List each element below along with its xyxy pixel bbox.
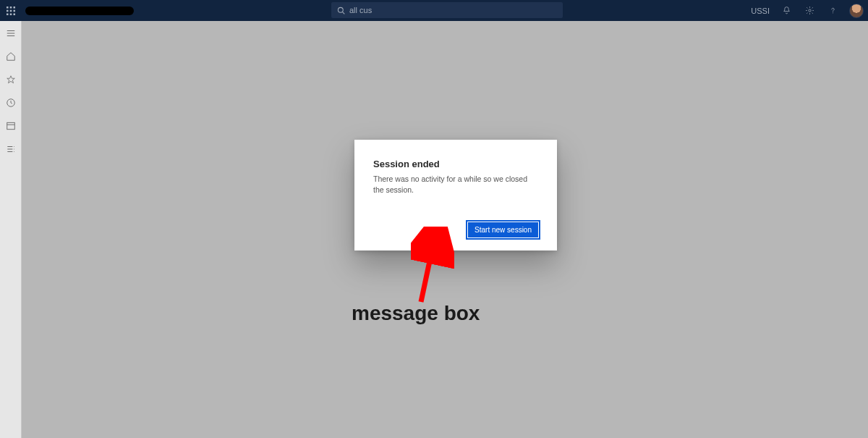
search-input[interactable]: all cus xyxy=(331,2,563,18)
search-text: all cus xyxy=(349,6,372,14)
svg-rect-8 xyxy=(13,13,15,15)
svg-rect-4 xyxy=(9,9,12,12)
svg-point-12 xyxy=(832,12,833,13)
hamburger-icon[interactable] xyxy=(4,27,17,40)
svg-rect-1 xyxy=(9,7,12,9)
start-new-session-button[interactable]: Start new session xyxy=(468,222,538,237)
svg-line-10 xyxy=(343,12,345,14)
notifications-icon[interactable] xyxy=(780,4,793,17)
topbar-right: USSI xyxy=(751,0,864,21)
home-icon[interactable] xyxy=(4,50,17,63)
svg-rect-2 xyxy=(13,7,15,9)
top-navbar: all cus USSI xyxy=(0,0,868,21)
org-label: USSI xyxy=(751,7,770,15)
search-icon xyxy=(337,7,345,14)
modules-icon[interactable] xyxy=(4,143,17,156)
svg-rect-7 xyxy=(9,13,12,15)
dialog-footer: Start new session xyxy=(373,222,538,237)
annotation-label: message box xyxy=(352,302,480,325)
svg-rect-6 xyxy=(7,13,9,15)
dialog-title: Session ended xyxy=(373,159,538,169)
dialog-body: There was no activity for a while so we … xyxy=(373,174,538,222)
svg-rect-5 xyxy=(13,9,15,12)
workspaces-icon[interactable] xyxy=(4,119,17,132)
recent-icon[interactable] xyxy=(4,96,17,109)
settings-icon[interactable] xyxy=(803,4,816,17)
favorites-icon[interactable] xyxy=(4,73,17,86)
svg-rect-14 xyxy=(7,122,14,129)
svg-point-9 xyxy=(338,7,343,12)
svg-point-11 xyxy=(808,9,810,12)
help-icon[interactable] xyxy=(826,4,839,17)
svg-rect-3 xyxy=(7,9,9,12)
user-avatar[interactable] xyxy=(849,4,864,18)
app-launcher-icon[interactable] xyxy=(0,0,21,21)
left-nav-rail xyxy=(0,21,22,438)
svg-rect-0 xyxy=(7,7,9,9)
content-area: Session ended There was no activity for … xyxy=(22,21,868,438)
session-ended-dialog: Session ended There was no activity for … xyxy=(354,140,557,250)
redacted-brand xyxy=(25,7,134,15)
